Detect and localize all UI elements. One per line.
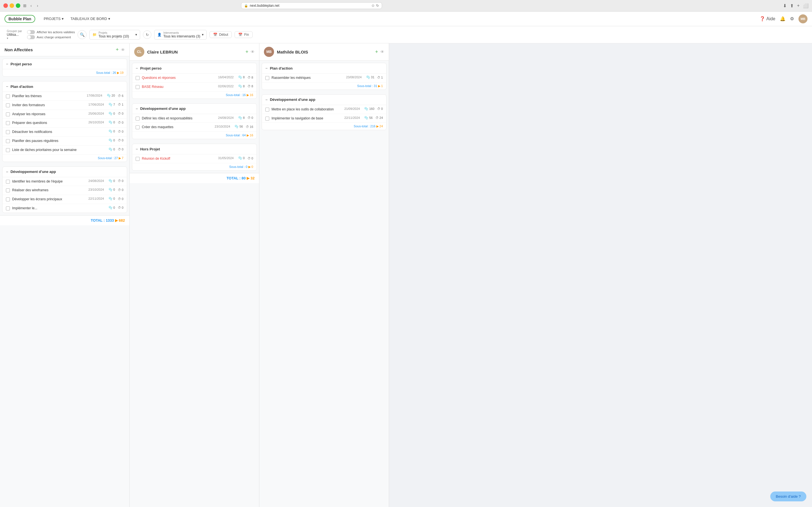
time-metric: ⏱ 0 xyxy=(248,116,253,119)
task-checkbox[interactable] xyxy=(265,108,269,112)
minimize-btn[interactable] xyxy=(10,3,14,8)
task-checkbox[interactable] xyxy=(136,117,140,121)
projects-filter[interactable]: 📁 Projets Tous les projets (10) ▾ xyxy=(89,30,140,40)
address-bar[interactable]: 🔒 next.bubbleplan.net ⊙ ↻ xyxy=(241,2,382,9)
task-checkbox[interactable] xyxy=(6,121,10,125)
time-metric: ⏱ 0 xyxy=(248,157,253,160)
time-metric: ⏱ 0 xyxy=(118,148,123,151)
app-header: Bubble Plan PROJETS ▾ TABLEAUX DE BORD ▾… xyxy=(0,11,812,26)
column-actions: +👁 xyxy=(245,49,255,55)
project-section-2: −Hors ProjetRéunion de Kickoff31/05/2024… xyxy=(132,144,257,171)
task-name: Préparer des questions xyxy=(12,121,84,125)
back-btn[interactable]: ‹ xyxy=(29,3,33,8)
hide-button[interactable]: 👁 xyxy=(380,50,384,54)
time-metric: ⏱ 1 xyxy=(377,76,383,79)
task-name: BASE Réseau xyxy=(142,84,214,89)
add-button[interactable]: + xyxy=(245,49,248,55)
project-section-1: −Développement d'une appDéfinir les rôle… xyxy=(132,103,257,139)
task-checkbox[interactable] xyxy=(6,207,10,210)
task-name: Réaliser des wireframes xyxy=(12,188,84,193)
collapse-button[interactable]: − xyxy=(6,170,8,174)
task-checkbox[interactable] xyxy=(6,148,10,152)
help-btn[interactable]: ❓ Aide xyxy=(760,16,775,21)
task-checkbox[interactable] xyxy=(6,94,10,98)
forward-btn[interactable]: › xyxy=(36,3,40,8)
time-metric: ⏱ 0 xyxy=(118,138,123,142)
project-name: Développement d'une app xyxy=(270,98,383,102)
fin-filter[interactable]: 📅 Fin xyxy=(235,31,253,38)
task-name: Désactiver les notifications xyxy=(12,129,104,134)
task-checkbox[interactable] xyxy=(136,157,140,161)
chevron-down-icon: ▾ xyxy=(135,33,137,37)
task-metrics: 🫧 0⏱ 0 xyxy=(109,148,123,151)
sidebar-toggle-btn[interactable]: ⊞ xyxy=(23,3,27,8)
task-item: Désactiver les notifications🫧 0⏱ 0 xyxy=(3,128,127,136)
tabs-icon[interactable]: ⬜ xyxy=(803,3,809,8)
settings-icon[interactable]: ⚙ xyxy=(790,16,794,21)
nav-tableaux[interactable]: TABLEAUX DE BORD ▾ xyxy=(68,15,113,22)
window-controls xyxy=(3,3,20,8)
bubble-metric: 🫧 0 xyxy=(109,206,115,210)
group-by-button[interactable]: Grouper par Utilisa... ▾ xyxy=(4,29,24,41)
task-metrics: 🫧 0⏱ 0 xyxy=(109,129,123,133)
task-name: Questions et réponses xyxy=(142,75,214,80)
task-item: Questions et réponses16/04/2022🫧 8⏱ 8 xyxy=(132,73,257,82)
collapse-button[interactable]: − xyxy=(265,98,267,102)
hide-button[interactable]: 👁 xyxy=(251,50,255,54)
toggle-validated[interactable] xyxy=(27,30,35,34)
task-item: Inviter des formateurs17/06/2024🫧 7⏱ 1 xyxy=(3,101,127,110)
download-icon[interactable]: ⬇ xyxy=(783,3,786,8)
collapse-button[interactable]: − xyxy=(6,62,8,66)
add-button[interactable]: + xyxy=(116,47,119,53)
task-checkbox[interactable] xyxy=(6,130,10,134)
close-btn[interactable] xyxy=(3,3,8,8)
task-checkbox[interactable] xyxy=(265,76,269,80)
task-checkbox[interactable] xyxy=(265,117,269,121)
task-item: Rassembler les métriques23/08/2024🫧 31⏱ … xyxy=(262,73,386,82)
refresh-button[interactable]: ↻ xyxy=(143,31,151,39)
task-checkbox[interactable] xyxy=(6,188,10,192)
task-checkbox[interactable] xyxy=(6,112,10,116)
task-checkbox[interactable] xyxy=(6,180,10,184)
url-text: next.bubbleplan.net xyxy=(250,4,280,8)
reload-icon[interactable]: ↻ xyxy=(376,4,379,8)
time-metric: ⏱ 0 xyxy=(118,130,123,133)
project-name: Développement d'une app xyxy=(140,107,253,111)
subtotal: Sous-total : 31 ▶ 1 xyxy=(262,82,386,90)
task-checkbox[interactable] xyxy=(136,76,140,80)
task-item: Analyser les réponses25/06/2024🫧 0⏱ 0 xyxy=(3,110,127,119)
collapse-button[interactable]: − xyxy=(265,66,267,70)
help-float-button[interactable]: Besoin d'aide ? xyxy=(770,492,807,501)
time-metric: ⏱ 16 xyxy=(246,125,253,128)
intervenants-filter[interactable]: 👤 Intervenants Tous les intervenants (3)… xyxy=(154,30,207,40)
share-icon[interactable]: ⬆ xyxy=(790,3,794,8)
toggle-charge[interactable] xyxy=(27,35,35,39)
collapse-button[interactable]: − xyxy=(136,66,138,70)
add-button[interactable]: + xyxy=(375,49,378,55)
time-metric: ⏱ 0 xyxy=(118,179,123,182)
bell-icon[interactable]: 🔔 xyxy=(780,16,785,21)
task-date: 23/10/2024 xyxy=(89,188,104,191)
subtotal: Sous-total : 27 ▶ 7 xyxy=(3,155,127,162)
task-checkbox[interactable] xyxy=(136,85,140,89)
collapse-button[interactable]: − xyxy=(6,84,8,89)
debut-filter[interactable]: 📅 Début xyxy=(209,31,232,38)
collapse-button[interactable]: − xyxy=(136,147,138,151)
task-checkbox[interactable] xyxy=(6,103,10,107)
task-checkbox[interactable] xyxy=(6,139,10,143)
new-tab-icon[interactable]: + xyxy=(797,3,800,8)
search-button[interactable]: 🔍 xyxy=(78,30,87,39)
bubble-metric: 🫧 8 xyxy=(238,116,245,120)
project-section-1: −Développement d'une appMettre en place … xyxy=(262,94,387,130)
collapse-button[interactable]: − xyxy=(136,107,138,111)
task-date: 26/10/2024 xyxy=(89,121,104,124)
nav-projets[interactable]: PROJETS ▾ xyxy=(41,15,66,22)
logo[interactable]: Bubble Plan xyxy=(4,15,35,23)
task-checkbox[interactable] xyxy=(6,198,10,202)
project-name: Plan d'action xyxy=(10,84,123,89)
task-date: 22/11/2024 xyxy=(89,197,104,200)
task-checkbox[interactable] xyxy=(136,125,140,129)
user-avatar[interactable]: MB xyxy=(799,14,808,23)
hide-button[interactable]: 👁 xyxy=(121,48,125,52)
maximize-btn[interactable] xyxy=(16,3,20,8)
